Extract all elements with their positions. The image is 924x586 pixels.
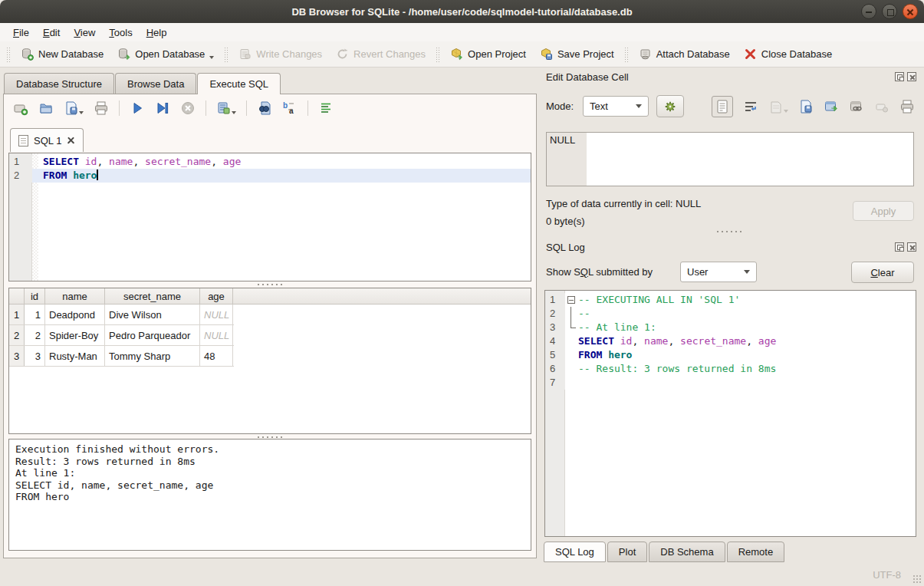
- print-cell-button[interactable]: [899, 99, 915, 114]
- open-project-button[interactable]: Open Project: [443, 44, 533, 64]
- editor-line-current: 2 FROM hero: [9, 169, 531, 183]
- menu-tools[interactable]: Tools: [102, 25, 139, 41]
- sql-editor[interactable]: 1 SELECT id, name, secret_name, age 2 FR…: [8, 153, 531, 281]
- close-panel-icon[interactable]: [907, 242, 916, 252]
- log-line: 6-- Result: 3 rows returned in 8ms: [545, 362, 916, 376]
- maximize-icon[interactable]: [882, 4, 897, 19]
- toolbar-grip[interactable]: [6, 47, 11, 62]
- resize-grip-icon[interactable]: [912, 574, 922, 584]
- export-results-icon: [216, 100, 232, 116]
- find-replace-button[interactable]: ba: [282, 100, 298, 116]
- print-cell-icon: [899, 99, 915, 114]
- new-database-button[interactable]: New Database: [14, 44, 110, 64]
- format-sql-button[interactable]: [318, 100, 334, 116]
- sql-log-panel-title: SQL Log: [546, 242, 585, 253]
- column-header-name[interactable]: name: [45, 288, 105, 304]
- float-panel-icon[interactable]: [895, 242, 904, 252]
- minimize-icon[interactable]: [861, 4, 876, 19]
- close-panel-icon[interactable]: [907, 72, 916, 81]
- attach-database-icon: [639, 48, 652, 61]
- window-title: DB Browser for SQLite - /home/user/code/…: [291, 6, 632, 18]
- attach-database-button[interactable]: Attach Database: [632, 44, 737, 64]
- log-line: 3-- At line 1:: [545, 321, 916, 334]
- results-header: id name secret_name age: [9, 288, 531, 305]
- menu-file[interactable]: File: [6, 25, 36, 41]
- column-header-age[interactable]: age: [200, 288, 233, 304]
- auto-switch-mode-button[interactable]: [656, 95, 684, 117]
- mode-label: Mode:: [546, 100, 574, 112]
- save-project-button[interactable]: Save Project: [533, 44, 621, 64]
- main-tab-bar: Database Structure Browse Data Execute S…: [4, 73, 281, 94]
- close-sql-tab-icon[interactable]: [67, 137, 75, 145]
- execution-output[interactable]: Execution finished without errors. Resul…: [8, 439, 531, 551]
- dock-tab-remote[interactable]: Remote: [727, 542, 785, 562]
- new-sql-tab-icon: [13, 100, 28, 116]
- save-cell-data-button[interactable]: [798, 99, 814, 114]
- new-sql-tab-button[interactable]: [13, 100, 28, 116]
- sql-editor-tab[interactable]: SQL 1: [10, 128, 84, 152]
- float-panel-icon[interactable]: [895, 72, 904, 81]
- editor-results-splitter[interactable]: [4, 281, 536, 288]
- write-changes-button[interactable]: Write Changes: [232, 44, 329, 64]
- log-line: 4SELECT id, name, secret_name, age: [545, 334, 916, 348]
- apply-button[interactable]: Apply: [853, 201, 914, 221]
- save-sql-dropdown-icon[interactable]: [79, 111, 84, 114]
- row-header[interactable]: 3: [9, 346, 25, 366]
- mode-value: Text: [590, 100, 636, 112]
- open-database-dropdown-icon[interactable]: [209, 56, 214, 59]
- menu-edit[interactable]: Edit: [36, 25, 67, 41]
- row-header[interactable]: 2: [9, 325, 25, 345]
- sql-log-view[interactable]: 1-- EXECUTING ALL IN 'SQL 1' 2-- 3-- At …: [544, 290, 916, 537]
- dock-tab-db-schema[interactable]: DB Schema: [649, 542, 725, 562]
- column-header-id[interactable]: id: [25, 288, 45, 304]
- export-dropdown-icon[interactable]: [232, 111, 236, 114]
- tab-execute-sql[interactable]: Execute SQL: [197, 73, 281, 94]
- edit-cell-panel-title: Edit Database Cell: [546, 71, 629, 83]
- log-filter-label: Show SQL submitted by: [546, 266, 653, 278]
- copy-link-button[interactable]: [849, 99, 864, 114]
- export-results-button[interactable]: [216, 100, 236, 116]
- dock-tab-plot[interactable]: Plot: [607, 542, 647, 562]
- execute-current-line-icon: [155, 100, 170, 116]
- log-filter-value: User: [687, 266, 744, 278]
- set-null-button[interactable]: [874, 99, 889, 114]
- fold-marker-icon[interactable]: [565, 293, 578, 307]
- close-icon[interactable]: [903, 4, 918, 19]
- print-button[interactable]: [94, 100, 109, 116]
- execute-all-button[interactable]: [130, 100, 145, 116]
- stop-button[interactable]: [180, 100, 196, 116]
- word-wrap-icon: [743, 99, 758, 114]
- log-filter-select[interactable]: User: [680, 262, 757, 282]
- word-wrap-button[interactable]: [743, 99, 758, 114]
- revert-changes-button[interactable]: Revert Changes: [329, 44, 432, 64]
- close-database-button[interactable]: Close Database: [737, 44, 840, 64]
- gear-icon: [663, 100, 677, 114]
- mode-select[interactable]: Text: [583, 96, 649, 117]
- save-cell-data-icon: [798, 99, 814, 114]
- find-button[interactable]: [257, 100, 272, 116]
- corner-header[interactable]: [9, 288, 25, 304]
- import-cell-data-button[interactable]: [768, 99, 788, 114]
- tab-database-structure[interactable]: Database Structure: [4, 73, 114, 94]
- column-header-secret-name[interactable]: secret_name: [105, 288, 200, 304]
- log-line: 5FROM hero: [545, 348, 916, 362]
- menu-help[interactable]: Help: [140, 25, 174, 41]
- copy-link-icon: [849, 99, 864, 114]
- row-header[interactable]: 1: [9, 305, 25, 324]
- dock-splitter[interactable]: [540, 229, 918, 235]
- save-sql-file-button[interactable]: [64, 100, 84, 116]
- cell-value-editor[interactable]: NULL: [546, 132, 914, 186]
- chevron-down-icon: [636, 104, 642, 108]
- text-mode-button[interactable]: [712, 96, 733, 117]
- export-cell-data-button[interactable]: [824, 99, 839, 114]
- open-sql-file-button[interactable]: [38, 100, 54, 116]
- clear-log-button[interactable]: Clear: [851, 262, 914, 283]
- log-line: 2--: [545, 307, 916, 321]
- open-database-button[interactable]: Open Database: [110, 44, 221, 64]
- save-sql-file-icon: [64, 100, 79, 116]
- dock-tab-sql-log[interactable]: SQL Log: [544, 542, 606, 562]
- execute-current-line-button[interactable]: [155, 100, 170, 116]
- tab-browse-data[interactable]: Browse Data: [115, 73, 196, 94]
- svg-text:b: b: [283, 101, 288, 110]
- menu-view[interactable]: View: [67, 25, 102, 41]
